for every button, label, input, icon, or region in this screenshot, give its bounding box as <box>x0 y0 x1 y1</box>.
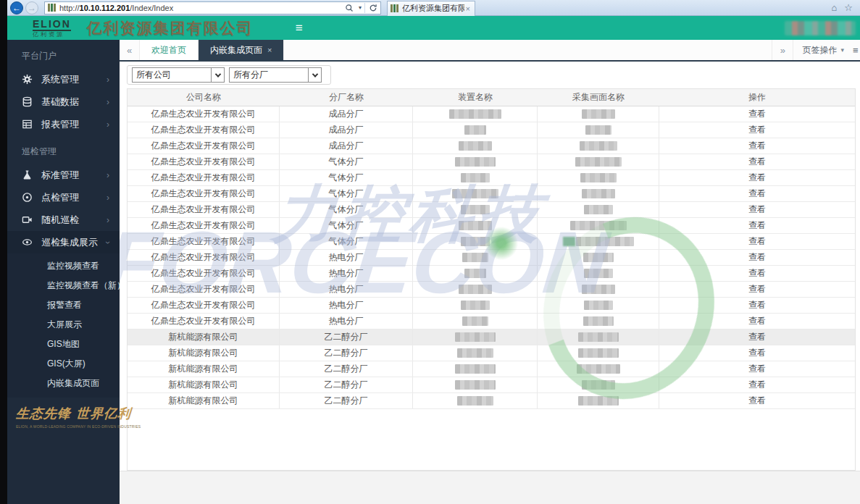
url-path: /Index/Index <box>130 4 173 12</box>
sidebar-item[interactable]: 基础数据› <box>7 91 120 113</box>
list-icon[interactable]: ≡ <box>853 45 860 56</box>
view-link[interactable]: 查看 <box>748 188 766 200</box>
view-link[interactable]: 查看 <box>748 267 766 280</box>
tab-embedded-page[interactable]: 内嵌集成页面 × <box>199 40 284 60</box>
cell-screen-redacted <box>538 314 659 329</box>
cell-plant: 热电分厂 <box>280 282 413 297</box>
search-dropdown-caret[interactable]: ▾ <box>356 2 364 14</box>
cell-screen-redacted <box>538 393 659 408</box>
search-icon[interactable] <box>342 2 356 14</box>
page-tabbar: « 欢迎首页 内嵌集成页面 × » 页签操作 ▾ ≡ <box>120 40 860 62</box>
content-footer-area <box>120 471 860 504</box>
cell-screen-redacted <box>538 250 659 265</box>
view-link[interactable]: 查看 <box>748 108 766 120</box>
tab-operations-menu[interactable]: 页签操作 ▾ <box>793 40 853 60</box>
view-link[interactable]: 查看 <box>748 315 766 327</box>
view-link[interactable]: 查看 <box>748 124 766 136</box>
redacted-block <box>580 173 617 182</box>
cell-screen-redacted <box>538 345 659 361</box>
cell-device-redacted <box>413 106 538 122</box>
cell-screen-redacted <box>538 377 659 392</box>
cell-company: 亿鼎生态农业开发有限公司 <box>128 170 280 185</box>
table-row: 亿鼎生态农业开发有限公司成品分厂查看 <box>128 122 855 138</box>
cell-action: 查看 <box>659 106 855 122</box>
tab-label: 内嵌集成页面 <box>210 44 262 56</box>
view-link[interactable]: 查看 <box>748 347 766 359</box>
cell-device-redacted <box>413 234 538 249</box>
plant-select[interactable]: 所有分厂 <box>229 67 322 83</box>
browser-back-button[interactable]: ← <box>10 1 23 14</box>
view-link[interactable]: 查看 <box>748 140 766 152</box>
cell-device-redacted <box>413 202 538 217</box>
view-link[interactable]: 查看 <box>748 379 766 391</box>
menu-toggle-icon[interactable]: ≡ <box>296 22 303 34</box>
view-link[interactable]: 查看 <box>748 283 766 295</box>
logo-text: ELION <box>33 19 71 31</box>
sidebar-subitem[interactable]: 报警查看 <box>7 295 120 315</box>
table-row: 新杭能源有限公司乙二醇分厂查看 <box>128 377 855 393</box>
tabs-scroll-left-icon[interactable]: « <box>120 40 140 60</box>
cell-plant: 乙二醇分厂 <box>280 345 413 361</box>
sidebar-subitem[interactable]: GIS地图 <box>7 335 120 354</box>
browser-tab-close-icon[interactable]: × <box>464 4 472 13</box>
redacted-block <box>575 157 622 167</box>
cell-screen-redacted <box>538 202 659 217</box>
select-arrow-icon[interactable] <box>211 68 224 82</box>
view-link[interactable]: 查看 <box>748 363 766 375</box>
col-header-screen: 采集画面名称 <box>538 89 659 106</box>
sidebar-subitem[interactable]: 内嵌集成页面 <box>7 374 120 393</box>
sidebar-item[interactable]: 点检管理› <box>7 186 120 209</box>
table-row: 亿鼎生态农业开发有限公司热电分厂查看 <box>128 282 855 298</box>
view-link[interactable]: 查看 <box>748 172 766 184</box>
redacted-block <box>585 125 611 135</box>
cell-plant: 气体分厂 <box>280 202 413 217</box>
address-bar[interactable]: http://10.10.112.201/Index/Index ▾ <box>44 1 381 14</box>
view-link[interactable]: 查看 <box>748 219 766 232</box>
browser-tab[interactable]: 亿利资源集团有限公司 × <box>387 1 475 16</box>
company-select[interactable]: 所有公司 <box>132 67 225 83</box>
sidebar-item[interactable]: 报表管理› <box>7 113 120 135</box>
refresh-icon[interactable] <box>366 2 380 14</box>
view-link[interactable]: 查看 <box>748 203 766 216</box>
view-link[interactable]: 查看 <box>748 235 766 248</box>
cell-device-redacted <box>413 170 538 185</box>
favorites-star-icon[interactable]: ☆ <box>844 2 853 13</box>
sidebar-item[interactable]: 巡检集成展示› <box>7 231 120 253</box>
sidebar-item[interactable]: 随机巡检› <box>7 209 120 231</box>
cell-device-redacted <box>413 282 538 297</box>
view-link[interactable]: 查看 <box>748 251 766 264</box>
home-icon[interactable]: ⌂ <box>831 2 837 13</box>
view-link[interactable]: 查看 <box>748 299 766 311</box>
cell-company: 新杭能源有限公司 <box>128 361 280 377</box>
cell-screen-redacted <box>538 154 659 169</box>
cell-screen-redacted <box>538 170 659 185</box>
redacted-block <box>455 157 496 167</box>
url-text: http://10.10.112.201/Index/Index <box>59 4 342 12</box>
sidebar-subitem[interactable]: GIS(大屏) <box>7 354 120 374</box>
view-link[interactable]: 查看 <box>748 331 766 343</box>
select-arrow-icon[interactable] <box>308 68 321 82</box>
sidebar-subitem[interactable]: 监控视频查看（新） <box>7 276 120 295</box>
tabs-scroll-right-icon[interactable]: » <box>772 45 793 56</box>
cell-company: 新杭能源有限公司 <box>128 345 280 361</box>
cell-company: 亿鼎生态农业开发有限公司 <box>128 266 280 281</box>
view-link[interactable]: 查看 <box>748 156 766 168</box>
redacted-block <box>464 269 486 278</box>
tab-welcome[interactable]: 欢迎首页 <box>140 40 199 60</box>
sidebar-subitem[interactable]: 监控视频查看 <box>7 256 120 276</box>
tab-close-icon[interactable]: × <box>267 46 272 54</box>
redacted-block <box>461 205 490 214</box>
browser-forward-button[interactable]: → <box>25 1 38 14</box>
sidebar-subitem[interactable]: 大屏展示 <box>7 315 120 335</box>
table-body: 亿鼎生态农业开发有限公司成品分厂查看亿鼎生态农业开发有限公司成品分厂查看亿鼎生态… <box>128 106 855 409</box>
col-header-plant: 分厂名称 <box>280 89 413 106</box>
cell-plant: 气体分厂 <box>280 218 413 233</box>
browser-tab-title: 亿利资源集团有限公司 <box>402 3 464 14</box>
redacted-block <box>582 189 615 198</box>
table-row: 亿鼎生态农业开发有限公司成品分厂查看 <box>128 106 855 122</box>
sidebar-item[interactable]: 系统管理› <box>7 68 120 91</box>
cell-company: 新杭能源有限公司 <box>128 393 280 408</box>
view-link[interactable]: 查看 <box>748 395 766 407</box>
sidebar-item[interactable]: 标准管理› <box>7 164 120 186</box>
cell-company: 亿鼎生态农业开发有限公司 <box>128 218 280 233</box>
